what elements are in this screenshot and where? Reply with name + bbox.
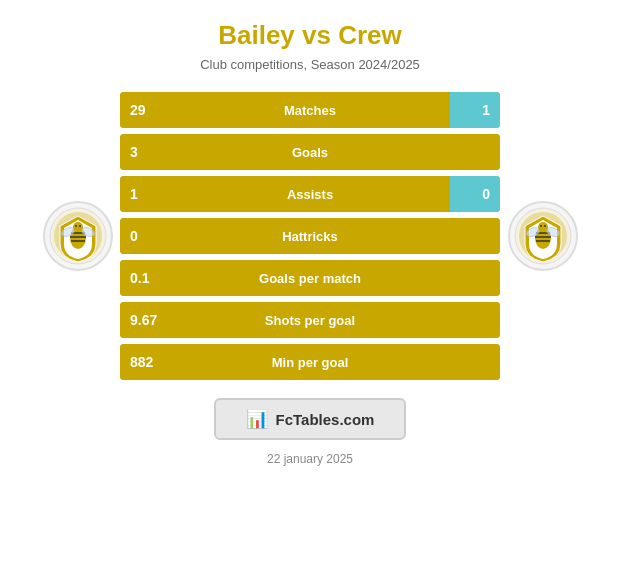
- stat-row: 0.1Goals per match: [120, 260, 500, 296]
- stat-left-value: 9.67: [120, 302, 170, 338]
- bailey-logo: [43, 201, 113, 271]
- subtitle: Club competitions, Season 2024/2025: [200, 57, 420, 72]
- right-team-logo: [500, 201, 585, 271]
- stat-right-empty: [450, 260, 500, 296]
- stat-label: Matches: [170, 92, 450, 128]
- stat-label: Shots per goal: [170, 302, 450, 338]
- stat-row: 9.67Shots per goal: [120, 302, 500, 338]
- page-title: Bailey vs Crew: [218, 20, 402, 51]
- watermark-icon: 📊: [246, 408, 268, 430]
- stat-right-empty: [450, 134, 500, 170]
- svg-point-10: [79, 225, 81, 227]
- stat-right-value: 1: [450, 92, 500, 128]
- stat-label: Goals per match: [170, 260, 450, 296]
- main-area: 29Matches13Goals1Assists00Hattricks0.1Go…: [10, 92, 610, 380]
- stat-row: 3Goals: [120, 134, 500, 170]
- watermark: 📊 FcTables.com: [214, 398, 407, 440]
- stat-left-value: 29: [120, 92, 170, 128]
- stat-row: 29Matches1: [120, 92, 500, 128]
- svg-point-19: [538, 222, 548, 232]
- stat-right-empty: [450, 344, 500, 380]
- svg-point-8: [73, 222, 83, 232]
- stat-left-value: 882: [120, 344, 170, 380]
- stat-label: Assists: [170, 176, 450, 212]
- svg-point-21: [544, 225, 546, 227]
- stat-label: Hattricks: [170, 218, 450, 254]
- svg-point-20: [540, 225, 542, 227]
- crew-logo: [508, 201, 578, 271]
- stat-label: Min per goal: [170, 344, 450, 380]
- stat-left-value: 0.1: [120, 260, 170, 296]
- left-team-logo: [35, 201, 120, 271]
- stat-right-empty: [450, 302, 500, 338]
- stat-left-value: 3: [120, 134, 170, 170]
- stat-row: 0Hattricks: [120, 218, 500, 254]
- stat-row: 1Assists0: [120, 176, 500, 212]
- watermark-text: FcTables.com: [276, 411, 375, 428]
- stat-left-value: 1: [120, 176, 170, 212]
- stat-right-value: 0: [450, 176, 500, 212]
- stats-container: 29Matches13Goals1Assists00Hattricks0.1Go…: [120, 92, 500, 380]
- stat-right-empty: [450, 218, 500, 254]
- stat-row: 882Min per goal: [120, 344, 500, 380]
- date-label: 22 january 2025: [267, 452, 353, 466]
- svg-point-9: [75, 225, 77, 227]
- stat-label: Goals: [170, 134, 450, 170]
- stat-left-value: 0: [120, 218, 170, 254]
